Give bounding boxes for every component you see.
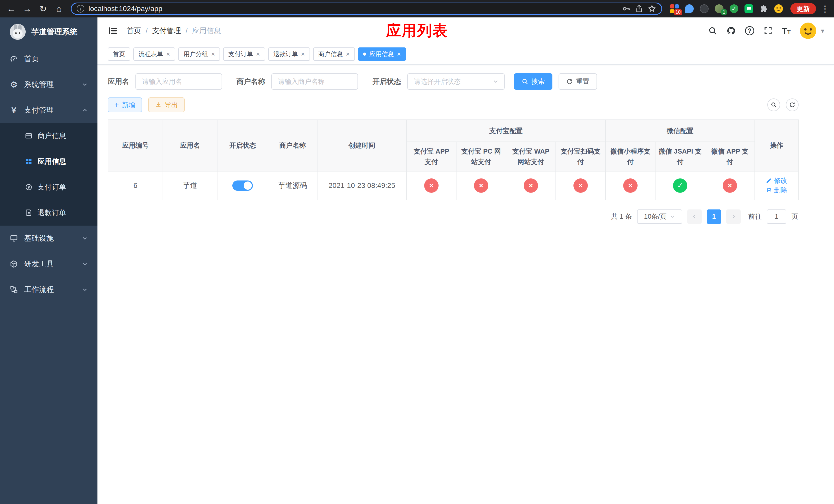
fullscreen-icon[interactable] xyxy=(764,26,773,36)
key-icon[interactable] xyxy=(622,4,631,13)
search-button[interactable]: 搜索 xyxy=(514,73,552,90)
goto-label: 前往 xyxy=(748,212,762,221)
tab-process-form[interactable]: 流程表单× xyxy=(133,47,175,61)
chevron-right-icon xyxy=(731,214,736,220)
column-group-wechat: 微信配置 xyxy=(606,120,755,142)
collapse-sidebar-icon[interactable] xyxy=(108,26,118,36)
github-icon[interactable] xyxy=(727,26,736,36)
chevron-down-icon xyxy=(670,214,675,220)
app-name-input[interactable] xyxy=(135,73,222,90)
sidebar-item-home[interactable]: 首页 xyxy=(0,46,97,72)
column-header: 支付宝 WAP 网站支付 xyxy=(506,142,556,171)
extension-grid-icon[interactable]: 10 xyxy=(669,3,680,14)
prev-page-button[interactable] xyxy=(687,209,702,224)
close-icon[interactable]: × xyxy=(166,51,170,58)
goto-page-input[interactable] xyxy=(767,209,786,224)
extension-avatar-icon[interactable]: 1 xyxy=(714,3,725,14)
close-icon[interactable]: × xyxy=(346,51,350,58)
back-button[interactable]: ← xyxy=(5,2,18,15)
next-page-button[interactable] xyxy=(726,209,741,224)
extension-chat-icon[interactable] xyxy=(743,3,754,14)
sidebar-item-app-info[interactable]: 应用信息 xyxy=(0,149,97,174)
user-avatar[interactable] xyxy=(800,23,816,39)
share-icon[interactable] xyxy=(635,4,643,13)
delete-link[interactable]: 删除 xyxy=(766,186,787,194)
app-table: 应用编号 应用名 开启状态 商户名称 创建时间 支付宝配置 微信配置 操作 支付… xyxy=(108,119,798,200)
column-header-app-name: 应用名 xyxy=(163,120,217,171)
tab-merchant-info[interactable]: 商户信息× xyxy=(313,47,355,61)
page-number-1[interactable]: 1 xyxy=(707,209,721,224)
cell-merchant: 芋道源码 xyxy=(268,171,317,200)
extension-dark-icon[interactable] xyxy=(699,3,710,14)
forward-button[interactable]: → xyxy=(21,2,34,15)
cell-app-id: 6 xyxy=(108,171,163,200)
sidebar-item-dev-tools[interactable]: 研发工具 xyxy=(0,251,97,277)
tab-home[interactable]: 首页 xyxy=(108,47,130,61)
export-button[interactable]: 导出 xyxy=(148,97,185,112)
breadcrumb-home[interactable]: 首页 xyxy=(127,26,141,36)
refresh-table-button[interactable] xyxy=(786,98,798,111)
logo-avatar xyxy=(10,24,26,40)
search-icon[interactable] xyxy=(708,26,717,36)
close-icon[interactable]: × xyxy=(211,51,215,58)
status-cross-icon: × xyxy=(573,178,588,193)
sidebar-item-payment[interactable]: ¥ 支付管理 xyxy=(0,97,97,123)
page-size-select[interactable]: 10条/页 xyxy=(637,209,682,224)
browser-update-button[interactable]: 更新 xyxy=(790,3,816,14)
add-button[interactable]: + 新增 xyxy=(108,97,142,112)
breadcrumb-app-info: 应用信息 xyxy=(192,26,221,36)
chevron-down-icon xyxy=(82,287,88,293)
tab-user-group[interactable]: 用户分组× xyxy=(178,47,220,61)
column-header: 微信小程序支付 xyxy=(606,142,655,171)
page-body: 应用名 商户名称 开启状态 请选择开启状态 搜索 xyxy=(97,65,834,224)
status-cross-icon: × xyxy=(524,178,538,193)
sidebar-item-payment-orders[interactable]: 支付订单 xyxy=(0,174,97,200)
chevron-down-icon xyxy=(492,78,499,85)
toggle-search-button[interactable] xyxy=(767,98,780,111)
bookmark-star-icon[interactable] xyxy=(648,4,656,13)
tab-refund-orders[interactable]: 退款订单× xyxy=(268,47,310,61)
extension-check-icon[interactable]: ✓ xyxy=(728,3,740,14)
extension-badge: 1 xyxy=(721,9,727,15)
reload-button[interactable]: ↻ xyxy=(37,2,50,15)
close-icon[interactable]: × xyxy=(301,51,305,58)
filter-form: 应用名 商户名称 开启状态 请选择开启状态 搜索 xyxy=(108,73,798,90)
font-size-icon[interactable]: TT xyxy=(782,26,791,36)
home-button[interactable]: ⌂ xyxy=(52,2,66,15)
refresh-icon xyxy=(566,78,573,85)
grid-icon xyxy=(25,157,33,166)
merchant-name-input[interactable] xyxy=(271,73,358,90)
sidebar-item-infrastructure[interactable]: 基础设施 xyxy=(0,226,97,251)
close-icon[interactable]: × xyxy=(397,51,401,58)
address-bar[interactable]: i localhost:1024/pay/app xyxy=(71,3,662,15)
table-row: 6 芋道 芋道源码 2021-10-23 08:49:25 × × × × × … xyxy=(108,171,798,200)
browser-menu-icon[interactable]: ⋮ xyxy=(821,4,829,14)
status-check-icon: ✓ xyxy=(673,178,687,193)
column-header-app-id: 应用编号 xyxy=(108,120,163,171)
sidebar-item-workflow[interactable]: 工作流程 xyxy=(0,277,97,302)
site-info-icon[interactable]: i xyxy=(77,5,84,13)
close-icon[interactable]: × xyxy=(256,51,260,58)
yen-icon: ¥ xyxy=(9,106,19,115)
sidebar-item-refund-orders[interactable]: 退款订单 xyxy=(0,200,97,226)
edit-link[interactable]: 修改 xyxy=(766,176,787,185)
tab-payment-orders[interactable]: 支付订单× xyxy=(223,47,265,61)
browser-toolbar: ← → ↻ ⌂ i localhost:1024/pay/app 10 1 ✓ xyxy=(0,0,834,18)
column-header-created: 创建时间 xyxy=(317,120,407,171)
breadcrumb-payment[interactable]: 支付管理 xyxy=(152,26,181,36)
extensions-puzzle-icon[interactable] xyxy=(758,3,769,14)
dashboard-icon xyxy=(9,54,19,64)
status-toggle[interactable] xyxy=(232,181,253,191)
help-icon[interactable]: ? xyxy=(745,26,754,36)
profile-avatar-icon[interactable] xyxy=(773,3,784,14)
sidebar-item-system[interactable]: ⚙ 系统管理 xyxy=(0,72,97,97)
total-count: 共 1 条 xyxy=(611,212,632,221)
extension-drop-icon[interactable] xyxy=(684,3,695,14)
caret-down-icon[interactable]: ▾ xyxy=(821,27,824,35)
reset-button[interactable]: 重置 xyxy=(558,73,597,90)
extension-badge: 10 xyxy=(674,9,682,15)
sidebar-item-merchant-info[interactable]: 商户信息 xyxy=(0,123,97,149)
status-select[interactable]: 请选择开启状态 xyxy=(407,73,505,90)
search-icon xyxy=(522,78,528,85)
tab-app-info[interactable]: 应用信息× xyxy=(358,47,406,61)
